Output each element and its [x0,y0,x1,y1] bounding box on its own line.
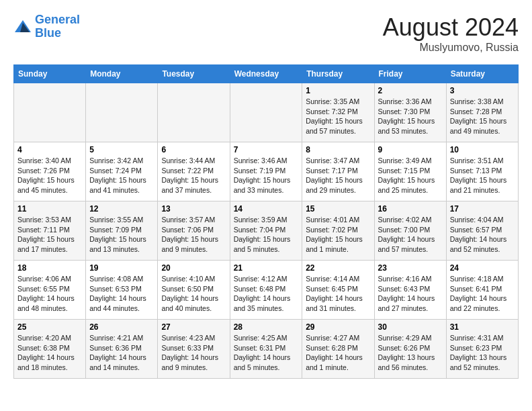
calendar-cell: 5Sunrise: 3:42 AM Sunset: 7:24 PM Daylig… [86,142,158,201]
day-info: Sunrise: 4:21 AM Sunset: 6:36 PM Dayligh… [89,333,154,373]
day-info: Sunrise: 4:16 AM Sunset: 6:43 PM Dayligh… [378,274,443,314]
calendar-cell: 22Sunrise: 4:14 AM Sunset: 6:45 PM Dayli… [302,261,374,320]
day-number: 27 [161,322,226,332]
calendar-cell: 12Sunrise: 3:55 AM Sunset: 7:09 PM Dayli… [86,201,158,261]
day-number: 24 [450,263,515,273]
calendar-cell: 8Sunrise: 3:47 AM Sunset: 7:17 PM Daylig… [302,142,374,201]
calendar-body: 1Sunrise: 3:35 AM Sunset: 7:32 PM Daylig… [14,83,519,379]
day-info: Sunrise: 4:29 AM Sunset: 6:26 PM Dayligh… [378,333,443,373]
day-number: 12 [89,204,154,214]
day-number: 11 [17,204,82,214]
logo-line2: Blue [35,26,61,40]
day-info: Sunrise: 3:42 AM Sunset: 7:24 PM Dayligh… [89,156,154,195]
calendar-week-row: 1Sunrise: 3:35 AM Sunset: 7:32 PM Daylig… [14,83,519,142]
weekday-row: SundayMondayTuesdayWednesdayThursdayFrid… [14,65,519,83]
calendar-cell: 2Sunrise: 3:36 AM Sunset: 7:30 PM Daylig… [374,83,446,142]
calendar-cell: 14Sunrise: 3:59 AM Sunset: 7:04 PM Dayli… [230,201,302,261]
calendar-header: SundayMondayTuesdayWednesdayThursdayFrid… [14,65,519,83]
weekday-header-monday: Monday [86,65,158,83]
calendar-cell: 9Sunrise: 3:49 AM Sunset: 7:15 PM Daylig… [374,142,446,201]
calendar-cell: 29Sunrise: 4:27 AM Sunset: 6:28 PM Dayli… [302,320,374,379]
day-number: 8 [306,145,370,154]
day-number: 7 [234,145,299,154]
calendar-cell: 30Sunrise: 4:29 AM Sunset: 6:26 PM Dayli… [374,320,446,379]
calendar-cell: 4Sunrise: 3:40 AM Sunset: 7:26 PM Daylig… [14,142,86,201]
day-info: Sunrise: 4:14 AM Sunset: 6:45 PM Dayligh… [306,274,370,314]
day-number: 4 [17,145,82,154]
day-number: 10 [450,145,515,154]
day-number: 20 [161,263,226,273]
calendar-week-row: 11Sunrise: 3:53 AM Sunset: 7:11 PM Dayli… [14,201,519,261]
day-number: 31 [450,322,515,332]
day-info: Sunrise: 4:27 AM Sunset: 6:28 PM Dayligh… [306,333,370,373]
title-block: August 2024 Muslyumovo, Russia [383,13,519,54]
day-number: 3 [450,86,515,95]
calendar-cell: 15Sunrise: 4:01 AM Sunset: 7:02 PM Dayli… [302,201,374,261]
weekday-header-sunday: Sunday [14,65,86,83]
day-number: 25 [17,322,82,332]
day-info: Sunrise: 3:57 AM Sunset: 7:06 PM Dayligh… [161,215,226,255]
weekday-header-tuesday: Tuesday [158,65,230,83]
calendar-cell [158,83,230,142]
day-info: Sunrise: 3:59 AM Sunset: 7:04 PM Dayligh… [234,215,299,255]
day-info: Sunrise: 3:36 AM Sunset: 7:30 PM Dayligh… [378,97,443,136]
calendar-week-row: 25Sunrise: 4:20 AM Sunset: 6:38 PM Dayli… [14,320,519,379]
day-number: 16 [378,204,443,214]
day-number: 1 [306,86,370,95]
day-info: Sunrise: 4:02 AM Sunset: 7:00 PM Dayligh… [378,215,443,255]
day-info: Sunrise: 4:12 AM Sunset: 6:48 PM Dayligh… [234,274,299,314]
calendar-table: SundayMondayTuesdayWednesdayThursdayFrid… [13,64,519,379]
calendar-cell: 10Sunrise: 3:51 AM Sunset: 7:13 PM Dayli… [446,142,518,201]
day-number: 5 [89,145,154,154]
calendar-cell: 1Sunrise: 3:35 AM Sunset: 7:32 PM Daylig… [302,83,374,142]
day-info: Sunrise: 3:47 AM Sunset: 7:17 PM Dayligh… [306,156,370,195]
day-number: 19 [89,263,154,273]
day-number: 22 [306,263,370,273]
calendar-cell: 11Sunrise: 3:53 AM Sunset: 7:11 PM Dayli… [14,201,86,261]
day-info: Sunrise: 4:10 AM Sunset: 6:50 PM Dayligh… [161,274,226,314]
day-number: 17 [450,204,515,214]
day-info: Sunrise: 3:55 AM Sunset: 7:09 PM Dayligh… [89,215,154,255]
day-info: Sunrise: 4:20 AM Sunset: 6:38 PM Dayligh… [17,333,82,373]
calendar-cell: 6Sunrise: 3:44 AM Sunset: 7:22 PM Daylig… [158,142,230,201]
day-info: Sunrise: 4:01 AM Sunset: 7:02 PM Dayligh… [306,215,370,255]
day-number: 30 [378,322,443,332]
logo: General Blue [13,13,80,40]
day-info: Sunrise: 3:51 AM Sunset: 7:13 PM Dayligh… [450,156,515,195]
calendar-cell: 16Sunrise: 4:02 AM Sunset: 7:00 PM Dayli… [374,201,446,261]
calendar-cell: 24Sunrise: 4:18 AM Sunset: 6:41 PM Dayli… [446,261,518,320]
calendar-cell: 20Sunrise: 4:10 AM Sunset: 6:50 PM Dayli… [158,261,230,320]
calendar-cell: 3Sunrise: 3:38 AM Sunset: 7:28 PM Daylig… [446,83,518,142]
day-info: Sunrise: 3:53 AM Sunset: 7:11 PM Dayligh… [17,215,82,255]
calendar-cell: 21Sunrise: 4:12 AM Sunset: 6:48 PM Dayli… [230,261,302,320]
weekday-header-wednesday: Wednesday [230,65,302,83]
location: Muslyumovo, Russia [383,42,519,54]
calendar-cell: 18Sunrise: 4:06 AM Sunset: 6:55 PM Dayli… [14,261,86,320]
day-info: Sunrise: 4:08 AM Sunset: 6:53 PM Dayligh… [89,274,154,314]
day-info: Sunrise: 4:18 AM Sunset: 6:41 PM Dayligh… [450,274,515,314]
day-info: Sunrise: 4:31 AM Sunset: 6:23 PM Dayligh… [450,333,515,373]
calendar-cell [86,83,158,142]
day-info: Sunrise: 4:25 AM Sunset: 6:31 PM Dayligh… [234,333,299,373]
calendar-cell: 7Sunrise: 3:46 AM Sunset: 7:19 PM Daylig… [230,142,302,201]
day-info: Sunrise: 3:46 AM Sunset: 7:19 PM Dayligh… [234,156,299,195]
day-number: 15 [306,204,370,214]
logo-icon [13,19,32,35]
weekday-header-thursday: Thursday [302,65,374,83]
calendar-cell: 23Sunrise: 4:16 AM Sunset: 6:43 PM Dayli… [374,261,446,320]
day-number: 26 [89,322,154,332]
day-info: Sunrise: 4:04 AM Sunset: 6:57 PM Dayligh… [450,215,515,255]
calendar-cell: 17Sunrise: 4:04 AM Sunset: 6:57 PM Dayli… [446,201,518,261]
day-number: 21 [234,263,299,273]
calendar-cell: 13Sunrise: 3:57 AM Sunset: 7:06 PM Dayli… [158,201,230,261]
calendar-week-row: 4Sunrise: 3:40 AM Sunset: 7:26 PM Daylig… [14,142,519,201]
day-info: Sunrise: 3:44 AM Sunset: 7:22 PM Dayligh… [161,156,226,195]
calendar-cell: 19Sunrise: 4:08 AM Sunset: 6:53 PM Dayli… [86,261,158,320]
day-number: 28 [234,322,299,332]
calendar-cell: 25Sunrise: 4:20 AM Sunset: 6:38 PM Dayli… [14,320,86,379]
weekday-header-friday: Friday [374,65,446,83]
calendar-cell: 31Sunrise: 4:31 AM Sunset: 6:23 PM Dayli… [446,320,518,379]
day-info: Sunrise: 4:06 AM Sunset: 6:55 PM Dayligh… [17,274,82,314]
logo-line1: General [35,13,80,26]
page-header: General Blue August 2024 Muslyumovo, Rus… [13,13,519,54]
